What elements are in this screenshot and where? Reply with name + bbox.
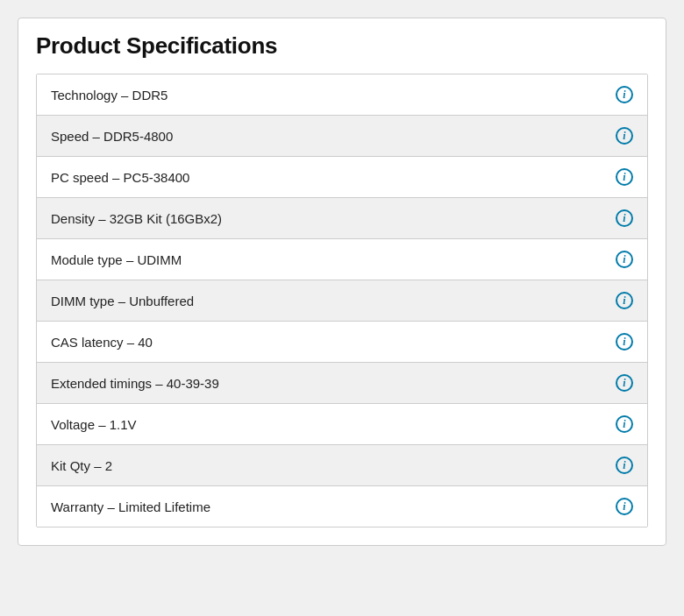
table-row: Kit Qty – 2i (37, 445, 647, 486)
table-row: Voltage – 1.1Vi (37, 404, 647, 445)
info-icon[interactable]: i (616, 415, 633, 433)
spec-label: Voltage – 1.1V (51, 417, 609, 432)
info-icon[interactable]: i (616, 374, 633, 392)
info-icon[interactable]: i (616, 333, 633, 350)
info-icon[interactable]: i (616, 457, 633, 474)
spec-label: CAS latency – 40 (51, 335, 609, 350)
spec-label: Density – 32GB Kit (16GBx2) (51, 211, 609, 226)
info-icon[interactable]: i (616, 498, 633, 515)
spec-list: Technology – DDR5iSpeed – DDR5-4800iPC s… (36, 74, 648, 527)
page-title: Product Specifications (36, 32, 648, 60)
spec-label: Extended timings – 40-39-39 (51, 376, 609, 391)
info-icon[interactable]: i (616, 168, 633, 186)
info-icon[interactable]: i (616, 251, 633, 268)
spec-label: Technology – DDR5 (51, 88, 609, 103)
spec-label: DIMM type – Unbuffered (51, 294, 609, 308)
table-row: Module type – UDIMMi (37, 239, 647, 280)
info-icon[interactable]: i (616, 86, 633, 103)
table-row: Technology – DDR5i (37, 74, 647, 116)
table-row: PC speed – PC5-38400i (37, 157, 647, 198)
table-row: Density – 32GB Kit (16GBx2)i (37, 198, 647, 239)
spec-label: Kit Qty – 2 (51, 458, 609, 473)
info-icon[interactable]: i (616, 209, 633, 227)
product-specifications-card: Product Specifications Technology – DDR5… (18, 18, 666, 546)
table-row: Speed – DDR5-4800i (37, 116, 647, 157)
table-row: CAS latency – 40i (37, 322, 647, 363)
table-row: DIMM type – Unbufferedi (37, 280, 647, 322)
info-icon[interactable]: i (616, 127, 633, 145)
table-row: Warranty – Limited Lifetimei (37, 486, 647, 527)
spec-label: Module type – UDIMM (51, 252, 609, 267)
info-icon[interactable]: i (616, 292, 633, 309)
spec-label: Speed – DDR5-4800 (51, 129, 609, 144)
table-row: Extended timings – 40-39-39i (37, 363, 647, 404)
spec-label: PC speed – PC5-38400 (51, 170, 609, 185)
spec-label: Warranty – Limited Lifetime (51, 499, 609, 514)
